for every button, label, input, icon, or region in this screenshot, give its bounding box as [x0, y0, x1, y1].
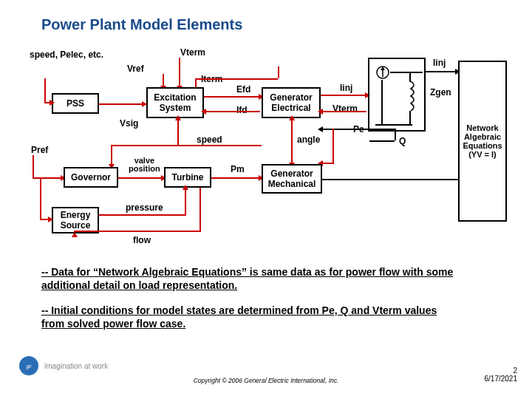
signal-valve-position: valve position — [129, 157, 160, 173]
network-equivalent-circuit — [368, 58, 426, 132]
block-generator-electrical: Generator Electrical — [262, 87, 321, 118]
signal-pref: Pref — [31, 145, 48, 155]
current-source-icon — [375, 65, 390, 80]
block-excitation: Excitation System — [146, 87, 204, 118]
block-generator-mechanical: Generator Mechanical — [262, 164, 322, 194]
svg-text:ge: ge — [26, 363, 32, 369]
block-energy-source: Energy Source — [52, 207, 99, 233]
signal-zgen: Zgen — [430, 87, 451, 98]
signal-pressure: pressure — [126, 202, 163, 213]
signal-inputs: speed, Pelec, etc. — [30, 50, 103, 60]
signal-flow: flow — [133, 235, 151, 245]
signal-vterm: Vterm — [180, 47, 205, 58]
signal-iinj: Iinj — [340, 83, 352, 93]
page-number: 2 — [485, 366, 518, 375]
note-2: -- Initial conditions for model states a… — [41, 304, 455, 330]
tagline: imagination at work — [44, 362, 108, 370]
page-footer: 2 6/17/2021 — [485, 366, 518, 383]
signal-vref: Vref — [127, 64, 144, 74]
note-1: -- Data for “Network Algebraic Equations… — [41, 266, 455, 292]
block-diagram: speed, Pelec, etc. PSS Vref Vterm Iterm … — [22, 41, 510, 256]
block-pss: PSS — [52, 93, 99, 114]
logo-area: ge imagination at work — [19, 356, 108, 375]
signal-iinj2: Iinj — [433, 58, 446, 68]
ge-logo-icon: ge — [19, 356, 38, 375]
signal-q: Q — [399, 136, 406, 146]
inductor-icon — [405, 81, 417, 111]
signal-ifd: Ifd — [236, 105, 248, 115]
block-network-equations: Network Algebraic Equations (YV = I) — [458, 61, 507, 222]
signal-vsig: Vsig — [120, 118, 138, 129]
slide-title: Power Plant Model Elements — [41, 16, 242, 33]
copyright: Copyright © 2006 General Electric Intern… — [194, 377, 339, 384]
signal-pm: Pm — [231, 164, 245, 174]
block-governor: Governor — [64, 167, 118, 188]
signal-speed: speed — [197, 134, 222, 145]
signal-angle: angle — [297, 134, 320, 145]
signal-efd: Efd — [236, 84, 250, 95]
page-date: 6/17/2021 — [485, 375, 518, 383]
